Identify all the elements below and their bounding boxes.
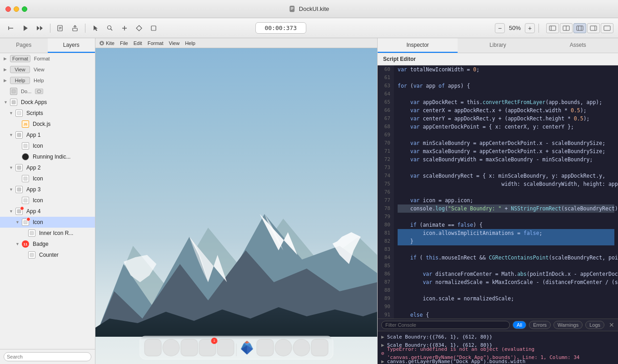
canvas-menu-help[interactable]: Help <box>185 40 195 46</box>
view-btn-3[interactable] <box>573 23 586 33</box>
dock-icon-5 <box>217 339 234 356</box>
pen-icon <box>136 25 142 31</box>
layer-icon4[interactable]: ▼ Icon <box>0 217 95 228</box>
search-zoom-button[interactable] <box>104 22 116 35</box>
canvas-background <box>95 48 377 364</box>
minimize-button[interactable] <box>14 6 19 12</box>
inspector-tab-inspector[interactable]: Inspector <box>378 38 458 53</box>
code-line-63: for (var app of apps) { <box>398 82 614 90</box>
layer-running1[interactable]: ▶ Running Indic... <box>0 151 95 162</box>
close-button[interactable] <box>5 6 11 12</box>
layer-inner-icon[interactable]: ▶ Inner Icon R... <box>0 228 95 239</box>
layer-icon4-thumb <box>22 219 29 226</box>
layer-badge[interactable]: ▼ 11 Badge <box>0 239 95 249</box>
layer-dock-apps-text: Dock Apps <box>21 99 47 105</box>
text-button[interactable] <box>147 22 160 35</box>
layer-counter[interactable]: ▶ Counter <box>0 249 95 260</box>
code-line-82: } <box>398 237 614 245</box>
layer-help[interactable]: ▶ Help Help <box>0 75 95 86</box>
svg-marker-20 <box>136 25 142 31</box>
badge-dot <box>20 206 24 210</box>
view-btn-1[interactable] <box>546 23 559 33</box>
zoom-out-button[interactable]: − <box>495 23 505 33</box>
code-line-84: if ( this.mouseInRect && CGRectContainsP… <box>398 254 614 262</box>
title-bar: DockUI.kite <box>0 0 618 18</box>
console-errors-button[interactable]: Errors <box>529 321 551 329</box>
play-button[interactable] <box>19 22 32 35</box>
forward-button[interactable] <box>34 22 46 35</box>
add-button[interactable] <box>118 22 131 35</box>
console-warnings-button[interactable]: Warnings <box>553 321 583 329</box>
layer-dockjs[interactable]: ▶ JS Dock.js <box>0 119 95 130</box>
console-all-button[interactable]: All <box>513 321 526 329</box>
inspector-tab-library[interactable]: Library <box>458 38 538 53</box>
layer-icon3[interactable]: ▶ Icon <box>0 195 95 206</box>
cursor-button[interactable] <box>89 22 102 35</box>
layers-tab[interactable]: Layers <box>48 38 95 53</box>
svg-rect-32 <box>12 90 15 93</box>
code-line-85 <box>398 262 614 270</box>
code-line-61 <box>398 74 614 82</box>
cursor-icon <box>93 25 98 31</box>
layer-icon4-text: Icon <box>33 219 43 225</box>
layer-app4[interactable]: ▼ App 4 <box>0 206 95 217</box>
layer-format[interactable]: ▶ Format Format <box>0 53 95 64</box>
search-input[interactable] <box>4 352 91 361</box>
back-button[interactable] <box>5 22 17 35</box>
code-line-90 <box>398 303 614 311</box>
layer-app4-thumb <box>15 208 23 215</box>
console-filter-input[interactable] <box>381 321 510 329</box>
expand-icon: ▶ <box>4 56 8 61</box>
inspector-tabs: Inspector Library Assets <box>378 38 618 53</box>
code-line-65: var appDockRect = this.convertRectFromLa… <box>398 98 614 106</box>
svg-rect-36 <box>24 144 27 148</box>
canvas-content <box>95 48 377 364</box>
expand-icon: ▼ <box>9 133 14 137</box>
code-line-68: var appCenterDockPoint = { x: centerX, y… <box>398 123 614 131</box>
layer-app3[interactable]: ▼ App 3 <box>0 184 95 195</box>
dock-icon-9 <box>311 339 329 356</box>
console-output: ▶ Scale Boundry:{{766, 1}, {612, 80}} ▶ … <box>378 331 618 364</box>
maximize-button[interactable] <box>22 6 27 12</box>
inspector-tab-assets[interactable]: Assets <box>538 38 618 53</box>
badge-dot <box>26 217 30 221</box>
view-btn-4[interactable] <box>587 23 600 33</box>
layer-icon2[interactable]: ▶ Icon <box>0 173 95 184</box>
layer-icon1-thumb <box>22 142 29 150</box>
view-btn-5[interactable] <box>601 23 613 33</box>
layer-do[interactable]: ▶ Do... <box>0 86 95 97</box>
code-line-87: var normalizedScale = kMaxIconScale - (d… <box>398 278 614 286</box>
traffic-lights <box>5 6 27 12</box>
pages-icon <box>57 25 64 31</box>
canvas-menu-file[interactable]: File <box>120 40 128 46</box>
expand-icon: ▼ <box>9 165 14 170</box>
layer-scripts-thumb <box>15 110 23 117</box>
canvas-menu-view[interactable]: View <box>169 40 180 46</box>
canvas-menu-format[interactable]: Format <box>148 40 164 46</box>
code-editor[interactable]: 60 61 63 64 65 66 67 68 69 70 71 72 73 7… <box>378 65 618 319</box>
pages-button[interactable] <box>54 22 67 35</box>
layer-app1[interactable]: ▼ App 1 <box>0 130 95 140</box>
console-logs-button[interactable]: Logs <box>585 321 604 329</box>
dock-gem <box>239 339 256 356</box>
zoom-in-button[interactable]: + <box>525 23 535 33</box>
console-close-button[interactable]: ✕ <box>609 321 614 329</box>
export-button[interactable] <box>69 22 81 35</box>
layer-view-text: View <box>34 67 45 72</box>
pages-tab[interactable]: Pages <box>0 38 48 53</box>
svg-rect-35 <box>17 133 21 137</box>
dock-icon-3 <box>181 339 198 356</box>
canvas-menu-edit[interactable]: Edit <box>134 40 142 46</box>
pen-button[interactable] <box>133 22 145 35</box>
layer-dock-apps[interactable]: ▼ Dock Apps <box>0 97 95 108</box>
code-line-67: var centerY = appDockRect.y + (appDockRe… <box>398 115 614 123</box>
layer-view[interactable]: ▶ View View <box>0 64 95 75</box>
layer-icon1[interactable]: ▶ Icon <box>0 140 95 151</box>
dock-icon-6 <box>257 339 274 356</box>
layer-scripts[interactable]: ▼ Scripts <box>0 108 95 119</box>
layer-inner-icon-text: Inner Icon R... <box>39 230 73 236</box>
view-btn-2[interactable] <box>560 23 573 33</box>
dock-icon-1 <box>145 339 162 356</box>
layer-app2[interactable]: ▼ App 2 <box>0 162 95 173</box>
layer-dock-apps-thumb <box>10 99 17 106</box>
